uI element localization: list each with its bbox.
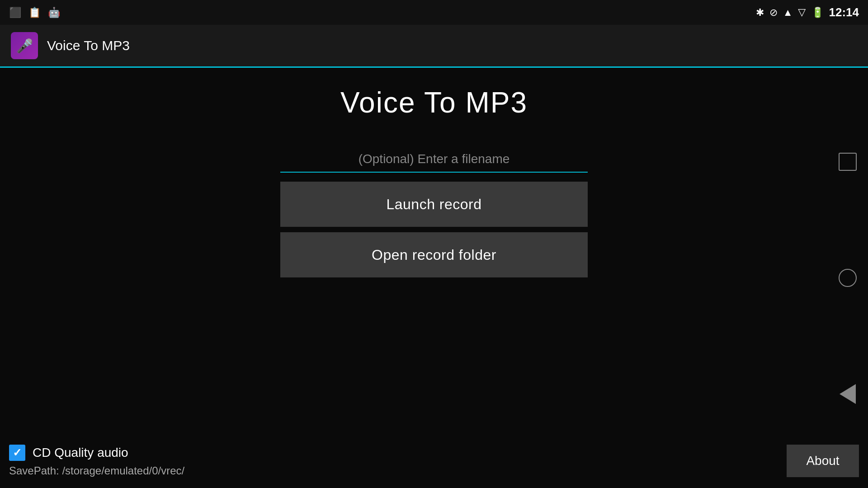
- cd-quality-label: CD Quality audio: [33, 446, 128, 460]
- clipboard-icon: 📋: [28, 7, 41, 19]
- status-bar: ⬛ 📋 🤖 ✱ ⊘ ▲ ▷ 🔋 12:14: [0, 0, 868, 25]
- checkmark-icon: ✓: [13, 446, 22, 459]
- cd-quality-checkbox[interactable]: ✓: [9, 445, 25, 461]
- status-time: 12:14: [829, 5, 859, 19]
- main-content: Voice To MP3 Launch record Open record f…: [0, 68, 868, 488]
- bottom-left: ✓ CD Quality audio SavePath: /storage/em…: [9, 445, 184, 477]
- filename-input-container: [280, 146, 588, 173]
- bottom-area: ✓ CD Quality audio SavePath: /storage/em…: [0, 434, 868, 488]
- nav-bar-right: [836, 68, 859, 488]
- app-bar: 🎤 Voice To MP3: [0, 25, 868, 68]
- signal-icon: ▷: [796, 9, 808, 16]
- app-bar-title: Voice To MP3: [47, 38, 130, 53]
- filename-input[interactable]: [280, 146, 588, 173]
- no-disturb-icon: ⊘: [769, 7, 778, 19]
- home-icon: [839, 269, 857, 287]
- android-icon: 🤖: [48, 7, 60, 19]
- battery-icon: 🔋: [811, 7, 824, 19]
- screenshot-icon: ⬛: [9, 7, 21, 19]
- recents-icon: [839, 153, 857, 171]
- back-icon: [840, 384, 856, 404]
- page-title: Voice To MP3: [340, 86, 528, 119]
- status-bar-right-icons: ✱ ⊘ ▲ ▷ 🔋 12:14: [756, 5, 859, 19]
- bluetooth-icon: ✱: [756, 7, 764, 19]
- home-button[interactable]: [836, 267, 859, 289]
- back-button[interactable]: [836, 383, 859, 405]
- recents-button[interactable]: [836, 150, 859, 173]
- microphone-icon: 🎤: [16, 38, 33, 54]
- app-icon: 🎤: [11, 32, 38, 59]
- about-button[interactable]: About: [787, 445, 859, 477]
- open-record-folder-button[interactable]: Open record folder: [280, 232, 588, 277]
- status-bar-left-icons: ⬛ 📋 🤖: [9, 7, 60, 19]
- wifi-icon: ▲: [783, 7, 793, 19]
- save-path-label: SavePath: /storage/emulated/0/vrec/: [9, 465, 184, 477]
- launch-record-button[interactable]: Launch record: [280, 182, 588, 227]
- cd-quality-row: ✓ CD Quality audio: [9, 445, 184, 461]
